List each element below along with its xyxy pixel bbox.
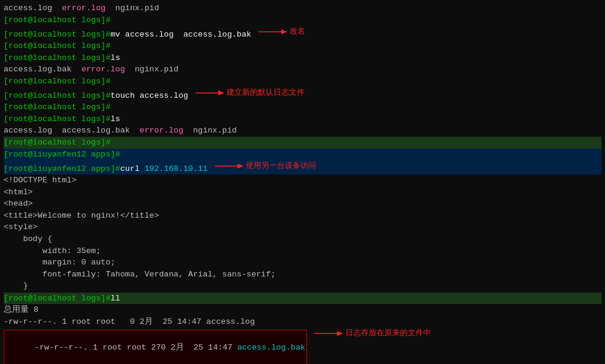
terminal-line-8: [root@localhost logs]#touch access.log 建… [4, 87, 601, 101]
terminal-line-11: access.log access.log.bak error.log ngin… [4, 125, 601, 137]
terminal-line-19: <style> [4, 221, 601, 233]
annotation-logbak: 日志存放在原来的文件中 [313, 327, 431, 339]
terminal-line-4: [root@localhost logs]# [4, 40, 601, 52]
terminal-line-1: access.log error.log nginx.pid [4, 2, 601, 14]
terminal-line-16: <html> [4, 186, 601, 198]
terminal-line-5: [root@localhost logs]#ls [4, 52, 601, 64]
annotation-touch: 建立新的默认日志文件 [194, 87, 305, 98]
terminal-line-6: access.log.bak error.log nginx.pid [4, 64, 601, 76]
terminal-line-20: body { [4, 233, 601, 245]
terminal-line-7: [root@localhost logs]# [4, 76, 601, 88]
svg-marker-5 [237, 164, 243, 169]
terminal-line-21: width: 35em; [4, 245, 601, 257]
terminal-line-28: -rw-r--r--. 1 root root 270 2月 25 14:47 … [4, 327, 601, 364]
terminal-line-25: [root@localhost logs]#ll [4, 293, 601, 305]
svg-marker-3 [218, 91, 224, 95]
annotation-rename: 改名 [257, 26, 305, 37]
terminal-line-10: [root@localhost logs]#ls [4, 113, 601, 125]
terminal-line-9: [root@localhost logs]# [4, 101, 601, 113]
terminal-line-27: -rw-r--r--. 1 root root 0 2月 25 14:47 ac… [4, 316, 601, 328]
terminal-line-15: <!DOCTYPE html> [4, 175, 601, 186]
annotation-curl: 使用另一台设备访问 [213, 160, 316, 172]
svg-marker-7 [337, 331, 343, 336]
terminal: access.log error.log nginx.pid [root@loc… [0, 0, 605, 364]
terminal-line-24: } [4, 280, 601, 292]
terminal-line-18: <title>Welcome to nginx!</title> [4, 210, 601, 222]
terminal-line-12: [root@localhost logs]# [4, 137, 601, 149]
terminal-line-13: [root@liuyanfen12 apps]# [4, 149, 601, 161]
terminal-line-22: margin: 0 auto; [4, 257, 601, 269]
terminal-line-14: [root@liuyanfen12 apps]#curl 192.168.10.… [4, 160, 601, 175]
terminal-line-23: font-family: Tahoma, Verdana, Arial, san… [4, 269, 601, 281]
terminal-line-3: [root@localhost logs]#mv access.log acce… [4, 26, 601, 40]
svg-marker-1 [281, 29, 287, 34]
terminal-line-17: <head> [4, 198, 601, 210]
terminal-line-2: [root@localhost logs]# [4, 14, 601, 26]
terminal-line-26: 总用量 8 [4, 304, 601, 316]
